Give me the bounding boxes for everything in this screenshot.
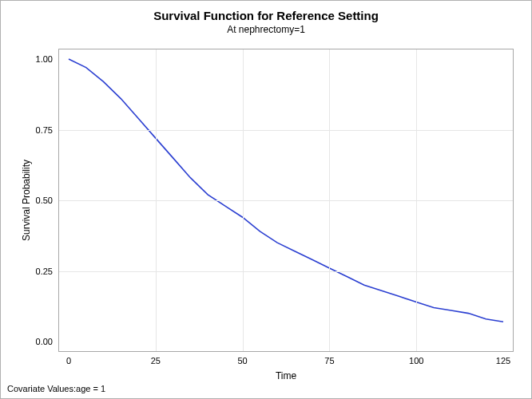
grid-h	[59, 271, 513, 272]
chart-subtitle: At nephrectomy=1	[1, 24, 531, 35]
x-axis-label: Time	[59, 370, 513, 381]
grid-h	[59, 200, 513, 201]
x-tick-label: 50	[237, 356, 247, 365]
chart-title: Survival Function for Reference Setting	[1, 9, 531, 22]
title-block: Survival Function for Reference Setting …	[1, 9, 531, 35]
y-tick-label: 0.75	[36, 125, 53, 135]
y-tick-label: 0.50	[36, 196, 53, 205]
x-tick-label: 100	[409, 356, 423, 365]
x-tick-label: 0	[66, 356, 71, 365]
y-tick-label: 0.25	[36, 267, 53, 276]
x-tick-label: 25	[151, 356, 161, 365]
x-tick-label: 75	[324, 356, 334, 365]
x-tick-label: 125	[496, 356, 510, 365]
y-axis-label-wrap: Survival Probability	[18, 49, 34, 352]
y-tick-label: 1.00	[36, 54, 53, 64]
plot-area: Time 02550751001250.000.250.500.751.00	[58, 49, 514, 352]
y-tick-label: 0.00	[36, 337, 53, 346]
footer-note: Covariate Values:age = 1	[7, 384, 105, 393]
grid-h	[59, 130, 513, 131]
y-axis-label: Survival Probability	[21, 160, 32, 241]
chart-container: Survival Function for Reference Setting …	[0, 0, 532, 399]
survival-line	[69, 59, 503, 322]
